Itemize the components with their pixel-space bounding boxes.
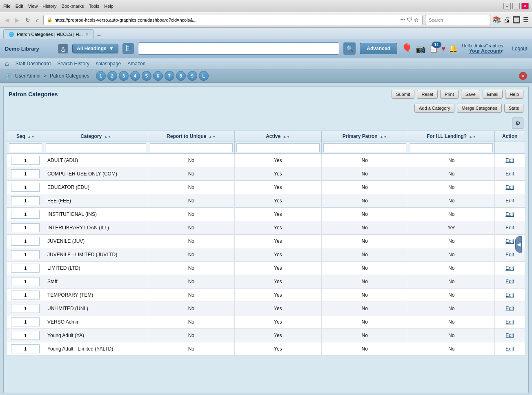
extension-icon[interactable]: 🔲 — [512, 16, 521, 24]
page-button-3[interactable]: 3 — [119, 71, 129, 81]
active-tab[interactable]: 🌐 Patron Categories | HCOLS | H... ✕ — [3, 29, 94, 39]
edit-link-13[interactable]: Edit — [505, 333, 514, 338]
stats-button[interactable]: Stats — [504, 104, 523, 113]
edit-link-2[interactable]: Edit — [505, 184, 514, 190]
menu-icon[interactable]: ☰ — [523, 16, 529, 24]
edit-link-7[interactable]: Edit — [505, 252, 514, 257]
forward-button[interactable]: ▶ — [13, 16, 21, 24]
seq-input-1[interactable] — [11, 169, 40, 178]
reload-button[interactable]: ↻ — [24, 16, 32, 24]
edit-link-5[interactable]: Edit — [505, 225, 514, 231]
seq-input-10[interactable] — [11, 291, 40, 300]
seq-input-8[interactable] — [11, 264, 40, 273]
home-nav-icon[interactable]: ⌂ — [5, 60, 9, 67]
filter-report-input[interactable] — [150, 143, 233, 152]
menu-file[interactable]: File — [3, 4, 11, 9]
page-button-6[interactable]: 6 — [153, 71, 163, 81]
menu-edit[interactable]: Edit — [16, 4, 23, 9]
seq-input-0[interactable] — [11, 156, 40, 165]
filter-category-input[interactable] — [46, 143, 146, 152]
page-button-5[interactable]: 5 — [142, 71, 151, 81]
filter-seq-input[interactable] — [9, 143, 42, 152]
seq-input-13[interactable] — [11, 331, 40, 340]
help-button[interactable]: Help — [505, 90, 523, 99]
email-button[interactable]: Email — [483, 90, 503, 99]
search-input[interactable] — [138, 42, 340, 55]
page-button-4[interactable]: 4 — [130, 71, 140, 81]
search-go-button[interactable]: 🔍 — [343, 42, 356, 55]
edit-link-1[interactable]: Edit — [505, 171, 514, 177]
col-seq[interactable]: Seq ▲▼ — [7, 131, 44, 142]
col-report-unique[interactable]: Report to Unique ▲▼ — [148, 131, 234, 142]
seq-input-7[interactable] — [11, 250, 40, 259]
balloon-icon[interactable]: 🎈 — [401, 43, 412, 54]
submit-button[interactable]: Submit — [392, 90, 414, 99]
page-button-8[interactable]: 8 — [176, 71, 186, 81]
seq-input-12[interactable] — [11, 317, 40, 326]
library-icon[interactable]: 📚 — [493, 16, 501, 24]
print-icon[interactable]: 🖨 — [503, 16, 510, 24]
menu-tools[interactable]: Tools — [89, 4, 100, 9]
col-active[interactable]: Active ▲▼ — [235, 131, 321, 142]
bell-icon[interactable]: 🔔 — [449, 44, 458, 53]
menu-help[interactable]: Help — [104, 4, 114, 9]
seq-input-9[interactable] — [11, 277, 40, 286]
collapse-handle[interactable]: ◀ — [515, 236, 522, 253]
back-button[interactable]: ◀ — [3, 16, 11, 24]
page-button-1[interactable]: 1 — [96, 71, 106, 81]
page-button-7[interactable]: 7 — [165, 71, 174, 81]
advanced-button[interactable]: Advanced — [360, 43, 397, 54]
page-button-2[interactable]: 2 — [107, 71, 117, 81]
edit-link-10[interactable]: Edit — [505, 292, 514, 298]
filter-ill-input[interactable] — [410, 143, 493, 152]
panel-close-button[interactable]: ✕ — [519, 72, 527, 80]
save-button[interactable]: Save — [461, 90, 480, 99]
nav-search-history[interactable]: Search History — [57, 61, 89, 67]
seq-input-3[interactable] — [11, 196, 40, 205]
seq-input-14[interactable] — [11, 344, 40, 353]
page-button-L[interactable]: L — [199, 71, 209, 81]
nav-staff-dashboard[interactable]: Staff Dashboard — [16, 61, 51, 67]
merge-categories-button[interactable]: Merge Categories — [457, 104, 501, 113]
settings-button[interactable]: ⚙ — [512, 118, 523, 129]
seq-input-11[interactable] — [11, 304, 40, 313]
logout-button[interactable]: Logout — [512, 46, 527, 51]
database-icon-button[interactable]: 🗄 — [122, 43, 134, 54]
edit-link-14[interactable]: Edit — [505, 346, 514, 352]
edit-link-12[interactable]: Edit — [505, 319, 514, 325]
print-button[interactable]: Print — [440, 90, 459, 99]
star-icon[interactable]: ☆ — [414, 17, 419, 23]
tab-close-button[interactable]: ✕ — [85, 32, 89, 37]
browser-search-input[interactable] — [425, 15, 490, 25]
menu-bookmarks[interactable]: Bookmarks — [62, 4, 84, 9]
edit-link-11[interactable]: Edit — [505, 306, 514, 311]
heart-icon[interactable]: ♥ — [441, 44, 446, 53]
edit-link-3[interactable]: Edit — [505, 198, 514, 204]
camera-icon[interactable]: 📷 — [416, 44, 426, 53]
account-link[interactable]: Your Account — [469, 48, 501, 54]
page-button-9[interactable]: 9 — [187, 71, 197, 81]
close-button[interactable]: ✕ — [521, 3, 529, 9]
dots-icon[interactable]: ••• — [400, 17, 405, 23]
col-category[interactable]: Category ▲▼ — [44, 131, 148, 142]
address-input[interactable] — [54, 18, 398, 22]
home-button[interactable]: ⌂ — [34, 16, 41, 24]
search-type-dropdown[interactable]: All Headings ▼ — [72, 44, 118, 53]
col-ill-lending[interactable]: For ILL Lending? ▲▼ — [408, 131, 494, 142]
minimize-button[interactable]: – — [503, 3, 511, 9]
seq-input-5[interactable] — [11, 223, 40, 232]
seq-input-4[interactable] — [11, 210, 40, 219]
maximize-button[interactable]: □ — [512, 3, 520, 9]
search-type-icon-button[interactable]: A̲ — [58, 44, 68, 53]
filter-primary-input[interactable] — [323, 143, 406, 152]
edit-link-8[interactable]: Edit — [505, 265, 514, 271]
nav-splashpage[interactable]: splashpage — [96, 61, 121, 67]
reset-button[interactable]: Reset — [417, 90, 438, 99]
edit-link-4[interactable]: Edit — [505, 211, 514, 217]
nav-amazon[interactable]: Amazon — [127, 61, 145, 67]
menu-history[interactable]: History — [42, 4, 56, 9]
edit-link-9[interactable]: Edit — [505, 279, 514, 284]
menu-view[interactable]: View — [28, 4, 38, 9]
seq-input-2[interactable] — [11, 183, 40, 192]
filter-active-input[interactable] — [236, 143, 319, 152]
